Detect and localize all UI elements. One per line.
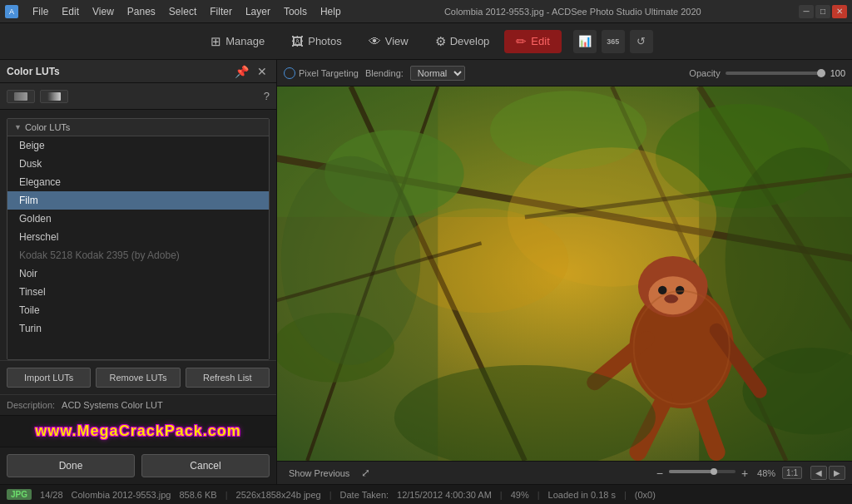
lut-item[interactable]: Film — [7, 191, 269, 210]
status-dimensions: 2526x1858x24b jpeg — [236, 490, 321, 500]
menu-layer[interactable]: Layer — [240, 4, 276, 19]
menu-panes[interactable]: Panes — [121, 4, 161, 19]
menu-edit[interactable]: Edit — [56, 4, 85, 19]
show-previous-button[interactable]: Show Previous — [284, 467, 354, 480]
gradient-tool-1[interactable] — [7, 90, 35, 103]
prev-image-button[interactable]: ◀ — [810, 466, 827, 480]
stats-button[interactable]: 📊 — [573, 30, 597, 53]
panel-title: Color LUTs — [7, 66, 60, 77]
cancel-button[interactable]: Cancel — [141, 454, 270, 477]
toolbar-right: 📊 365 ↺ — [573, 30, 653, 53]
status-sep-2: | — [329, 490, 332, 500]
panel-close-button[interactable]: ✕ — [255, 65, 270, 78]
gradient-icon-1 — [14, 92, 27, 101]
360-button[interactable]: 365 — [602, 30, 625, 53]
view-icon: 👁 — [369, 34, 381, 48]
status-filesize: 858.6 KB — [179, 490, 216, 500]
status-sep-4: | — [537, 490, 540, 500]
zoom-in-button[interactable]: + — [739, 466, 750, 481]
help-button[interactable]: ? — [264, 90, 270, 102]
menu-help[interactable]: Help — [315, 4, 347, 19]
gradient-tool-2[interactable] — [40, 90, 68, 103]
menu-select[interactable]: Select — [163, 4, 202, 19]
luts-list[interactable]: BeigeDuskEleganceFilmGoldenHerschelKodak… — [7, 136, 269, 359]
main-content: Color LUTs 📌 ✕ ? Color LUTs BeigeDuskEle… — [0, 60, 852, 484]
opacity-group: Opacity 100 — [689, 68, 845, 78]
svg-point-21 — [664, 294, 678, 303]
image-footer: Show Previous ⤢ − + 48% 1:1 ◀ ▶ — [277, 461, 852, 484]
minimize-button[interactable]: ─ — [799, 5, 814, 18]
blending-select[interactable]: Normal — [410, 66, 465, 81]
remove-luts-button[interactable]: Remove LUTs — [96, 368, 180, 388]
lut-item[interactable]: Elegance — [7, 173, 269, 191]
titlebar: A File Edit View Panes Select Filter Lay… — [0, 0, 852, 23]
close-button[interactable]: ✕ — [832, 5, 847, 18]
description-row: Description: ACD Systems Color LUT — [0, 394, 276, 415]
watermark-text: www.MegaCrackPack.com — [7, 422, 270, 440]
status-coords: (0x0) — [635, 490, 656, 500]
view-button[interactable]: 👁 View — [357, 30, 420, 52]
done-button[interactable]: Done — [7, 454, 135, 477]
expand-button[interactable]: ⤢ — [359, 465, 372, 481]
status-zoom: 49% — [511, 490, 529, 500]
develop-icon: ⚙ — [435, 34, 446, 49]
lut-item[interactable]: Golden — [7, 210, 269, 228]
window-controls: ─ □ ✕ — [799, 5, 847, 18]
zoom-percentage: 48% — [757, 468, 775, 478]
image-area: Pixel Targeting Blending: Normal Opacity… — [277, 60, 852, 484]
import-luts-button[interactable]: Import LUTs — [7, 368, 91, 388]
zoom-slider-container[interactable] — [669, 470, 736, 477]
lut-item[interactable]: Beige — [7, 136, 269, 155]
lut-item[interactable]: Noir — [7, 264, 269, 283]
lut-item[interactable]: Toile — [7, 301, 269, 319]
zoom-slider-thumb — [711, 468, 717, 475]
status-date-label: Date Taken: — [340, 490, 389, 500]
panel-toolbar: ? — [0, 83, 276, 110]
zoom-slider-track — [669, 470, 736, 473]
manage-icon: ⊞ — [211, 34, 221, 49]
opacity-label: Opacity — [689, 68, 720, 78]
panel-header: Color LUTs 📌 ✕ — [0, 60, 276, 83]
refresh-button[interactable]: ↺ — [630, 30, 653, 53]
manage-button[interactable]: ⊞ Manage — [199, 30, 276, 53]
pixel-targeting-icon — [284, 67, 295, 79]
lut-item[interactable]: Dusk — [7, 155, 269, 173]
lut-item[interactable]: Herschel — [7, 228, 269, 246]
refresh-list-button[interactable]: Refresh List — [186, 368, 270, 388]
lut-item[interactable]: Tinsel — [7, 283, 269, 301]
photos-icon: 🖼 — [291, 34, 304, 48]
lut-item: Kodak 5218 Kodak 2395 (by Adobe) — [7, 246, 269, 264]
menu-view[interactable]: View — [87, 4, 120, 19]
luts-section-header: Color LUTs — [7, 119, 269, 136]
status-loaded: Loaded in 0.18 s — [548, 490, 616, 500]
menu-tools[interactable]: Tools — [278, 4, 313, 19]
photos-button[interactable]: 🖼 Photos — [280, 30, 353, 52]
svg-point-20 — [676, 286, 684, 294]
zoom-out-button[interactable]: − — [654, 466, 666, 481]
edit-button[interactable]: ✏ Edit — [504, 30, 561, 53]
left-panel: Color LUTs 📌 ✕ ? Color LUTs BeigeDuskEle… — [0, 60, 277, 484]
opacity-slider[interactable] — [726, 72, 825, 75]
menu-filter[interactable]: Filter — [204, 4, 238, 19]
opacity-value: 100 — [830, 68, 845, 78]
blending-label: Blending: — [365, 68, 404, 78]
menu-file[interactable]: File — [27, 4, 54, 19]
panel-header-controls: 📌 ✕ — [232, 65, 270, 78]
luts-section: Color LUTs BeigeDuskEleganceFilmGoldenHe… — [7, 118, 270, 360]
gradient-icon-2 — [47, 92, 61, 101]
panel-footer: Done Cancel — [0, 447, 276, 484]
lut-buttons: Import LUTs Remove LUTs Refresh List — [0, 360, 276, 394]
zoom-ratio-button[interactable]: 1:1 — [782, 467, 802, 479]
next-image-button[interactable]: ▶ — [829, 466, 845, 480]
zoom-slider-fill — [669, 470, 712, 473]
watermark-area: www.MegaCrackPack.com — [0, 415, 276, 447]
description-label: Description: — [7, 400, 55, 410]
develop-button[interactable]: ⚙ Develop — [424, 30, 502, 53]
nav-arrows: ◀ ▶ — [810, 466, 845, 480]
window-title: Colombia 2012-9553.jpg - ACDSee Photo St… — [352, 7, 794, 17]
image-scene — [277, 86, 852, 461]
maximize-button[interactable]: □ — [815, 5, 830, 18]
status-sep-3: | — [500, 490, 503, 500]
lut-item[interactable]: Turin — [7, 319, 269, 338]
pin-button[interactable]: 📌 — [232, 65, 251, 78]
